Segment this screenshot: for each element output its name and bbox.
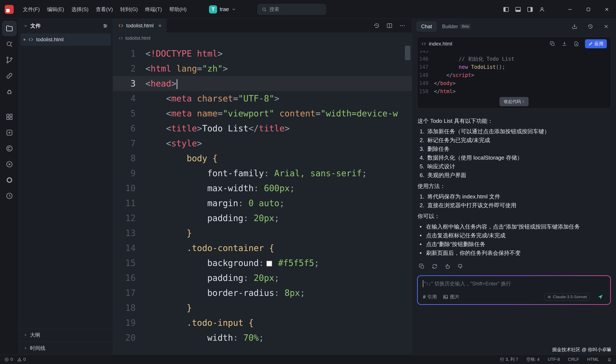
source-control-icon[interactable] (2, 52, 16, 67)
breadcrumb-item[interactable]: todolist.html (125, 36, 150, 41)
cursor-position[interactable]: 行 3, 列 7 (500, 357, 518, 362)
token: name (197, 108, 218, 118)
copy-code-icon[interactable] (548, 39, 557, 49)
code-line-6[interactable]: 6 <title>Todo List</title> (113, 121, 412, 136)
ai-search-icon[interactable] (2, 37, 16, 52)
new-file-icon[interactable] (572, 39, 581, 49)
code-line-3[interactable]: 3<head> (113, 76, 412, 91)
code-line-16[interactable]: 16 padding: 20px; (113, 271, 412, 286)
history-icon[interactable] (2, 188, 16, 203)
code-line-2[interactable]: 2<html lang="zh"> (113, 61, 412, 76)
file-history-icon[interactable] (371, 20, 382, 31)
reference-button[interactable]: # 引用 (423, 294, 437, 300)
thumbs-up-icon[interactable] (443, 262, 452, 271)
tab-close-icon[interactable]: × (158, 22, 162, 29)
code-line-19[interactable]: 19 .todo-input { (113, 315, 412, 330)
tab-chat[interactable]: Chat (417, 22, 437, 31)
tab-todolist[interactable]: todolist.html × (113, 19, 167, 32)
code-line-8[interactable]: 8 body { (113, 151, 412, 166)
code-line-147[interactable]: 147 new TodoList(); (417, 63, 611, 71)
code-line-9[interactable]: 9 font-family: Arial, sans-serif; (113, 166, 412, 181)
image-button[interactable]: 图片 (443, 294, 459, 300)
code-editor[interactable]: 1<!DOCTYPE html>2<html lang="zh">3<head>… (113, 44, 412, 355)
code-line-150[interactable]: 150</html> (417, 87, 611, 95)
encoding[interactable]: UTF-8 (548, 357, 560, 362)
close-panel-icon[interactable] (601, 21, 611, 32)
code-line-14[interactable]: 14 .todo-container { (113, 241, 412, 256)
debug-icon[interactable] (2, 84, 16, 99)
problems-warnings[interactable]: 0 (17, 357, 26, 362)
menu-item[interactable]: 文件(F) (19, 4, 43, 15)
ai-plugin-icon[interactable] (2, 125, 16, 140)
menu-item[interactable]: 终端(T) (141, 4, 165, 15)
code-line-146[interactable]: 146 // 初始化 Todo List (417, 55, 611, 63)
app-logo-icon[interactable] (5, 5, 14, 14)
workspace-switcher[interactable]: T trae (206, 4, 239, 15)
bell-icon[interactable] (607, 357, 612, 362)
code-line-13[interactable]: 13 } (113, 226, 412, 241)
code-line-20[interactable]: 20 width: 70%; (113, 330, 412, 345)
apply-button[interactable]: 应用 (585, 39, 607, 48)
code-line-12[interactable]: 12 padding: 20px; (113, 211, 412, 226)
code-line-148[interactable]: 148 </script> (417, 71, 611, 79)
chat-history-icon[interactable] (585, 21, 595, 32)
indentation[interactable]: 空格: 4 (526, 357, 539, 362)
extensions-icon[interactable] (2, 109, 16, 124)
code-line-15[interactable]: 15 background: #f5f5f5; (113, 256, 412, 271)
copy-message-icon[interactable] (417, 262, 426, 271)
global-search[interactable]: 搜索 (258, 4, 326, 15)
code-line-4[interactable]: 4 <meta charset="UTF-8"> (113, 91, 412, 106)
insert-code-icon[interactable] (560, 39, 569, 49)
copilot-icon[interactable] (2, 141, 16, 156)
minimize-icon[interactable] (561, 0, 579, 19)
menu-item[interactable]: 转到(G) (117, 4, 142, 15)
code-line-1[interactable]: 1<!DOCTYPE html> (113, 46, 412, 61)
usage-icon[interactable] (2, 173, 16, 188)
list-item-text: 数据持久化（使用 localStorage 存储） (427, 153, 522, 162)
account-icon[interactable] (536, 3, 548, 15)
list-marker: • (420, 231, 426, 240)
token: new (459, 64, 468, 70)
run-icon[interactable] (2, 157, 16, 172)
code-line-11[interactable]: 11 margin: 0 auto; (113, 196, 412, 211)
chevron-down-icon[interactable] (24, 24, 28, 28)
code-line-145[interactable]: 145 (417, 51, 611, 55)
maximize-icon[interactable] (579, 0, 598, 19)
chat-input[interactable]: "↑↓" 切换历史输入，"Shift+Enter" 换行 # 引用 图片 (418, 276, 610, 304)
menu-item[interactable]: 选择(S) (68, 4, 92, 15)
problems-errors[interactable]: 0 (4, 357, 13, 362)
filter-icon[interactable] (102, 23, 108, 29)
model-selector[interactable]: Claude-3.5-Sonnet (545, 293, 590, 300)
code-line-5[interactable]: 5 <meta name="viewport" content="width=d… (113, 106, 412, 121)
export-chat-icon[interactable] (569, 21, 580, 32)
outline-section[interactable]: 大纲 (19, 328, 113, 341)
explorer-icon[interactable] (2, 21, 16, 36)
regenerate-icon[interactable] (430, 262, 439, 271)
layout-sidebar-left-icon[interactable] (500, 3, 512, 15)
language-mode[interactable]: HTML (587, 357, 599, 362)
code-line-149[interactable]: 149</body> (417, 79, 611, 87)
thumbs-down-icon[interactable] (456, 262, 465, 271)
eol-sequence[interactable]: CRLF (568, 357, 579, 362)
more-actions-icon[interactable] (397, 20, 408, 31)
menu-item[interactable]: 帮助(H) (165, 4, 190, 15)
menu-item[interactable]: 编辑(E) (43, 4, 68, 15)
breadcrumb[interactable]: todolist.html (113, 32, 412, 44)
menu-item[interactable]: 查看(V) (92, 4, 117, 15)
file-item-todolist[interactable]: todolist.html (21, 33, 111, 46)
close-icon[interactable] (598, 0, 616, 19)
tab-builder[interactable]: Builder Beta (442, 24, 471, 29)
split-editor-icon[interactable] (384, 20, 395, 31)
send-icon[interactable] (596, 293, 605, 301)
code-line-18[interactable]: 18 } (113, 300, 412, 315)
code-line-7[interactable]: 7 <style> (113, 136, 412, 151)
color-swatch[interactable] (266, 261, 272, 266)
scrollbar-thumb[interactable] (405, 46, 411, 60)
link-icon[interactable] (2, 68, 16, 83)
collapse-code-button[interactable]: 收起代码 ↑ (499, 97, 529, 106)
code-line-17[interactable]: 17 border-radius: 8px; (113, 286, 412, 300)
layout-sidebar-right-icon[interactable] (524, 3, 536, 15)
code-line-10[interactable]: 10 max-width: 600px; (113, 181, 412, 196)
layout-panel-icon[interactable] (512, 3, 524, 15)
timeline-section[interactable]: 时间线 (19, 341, 113, 355)
